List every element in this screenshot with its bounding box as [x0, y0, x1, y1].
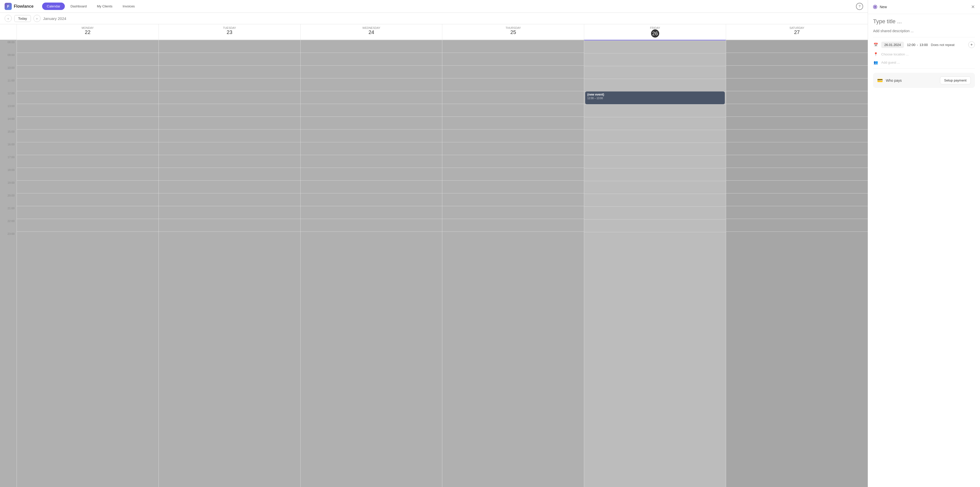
day-cell[interactable]	[17, 40, 159, 53]
day-cell[interactable]	[442, 129, 584, 142]
day-cell[interactable]	[17, 78, 159, 91]
day-cell[interactable]	[17, 65, 159, 78]
day-cell[interactable]	[726, 142, 868, 155]
day-cell[interactable]	[17, 232, 159, 244]
day-cell[interactable]	[442, 78, 584, 91]
day-cell[interactable]	[584, 79, 726, 91]
day-cell[interactable]	[584, 232, 726, 245]
day-cell[interactable]	[442, 91, 584, 104]
day-cell[interactable]	[584, 206, 726, 219]
date-picker[interactable]: 26.01.2024	[881, 42, 904, 48]
day-cell[interactable]	[584, 117, 726, 130]
day-col-monday[interactable]	[17, 40, 159, 487]
day-cell[interactable]	[17, 142, 159, 155]
day-cell[interactable]	[159, 155, 301, 168]
day-cell[interactable]	[442, 219, 584, 232]
day-cell[interactable]	[442, 155, 584, 168]
day-cell[interactable]	[301, 155, 442, 168]
day-cell[interactable]	[584, 104, 726, 117]
day-cell[interactable]	[442, 206, 584, 219]
day-cell[interactable]	[301, 129, 442, 142]
day-cell[interactable]	[301, 180, 442, 193]
day-cell[interactable]	[442, 232, 584, 244]
grid-body[interactable]: 08:0009:0010:0011:0012:0013:0014:0015:00…	[0, 40, 868, 487]
day-cell[interactable]	[159, 91, 301, 104]
day-cell[interactable]	[301, 142, 442, 155]
time-start[interactable]: 12:00	[907, 43, 915, 47]
day-col-wednesday[interactable]	[301, 40, 442, 487]
day-cell[interactable]	[442, 117, 584, 129]
day-cell[interactable]	[442, 40, 584, 53]
day-cell[interactable]	[17, 53, 159, 65]
help-button[interactable]: ?	[856, 3, 863, 10]
day-cell[interactable]	[726, 65, 868, 78]
day-cell[interactable]	[17, 117, 159, 129]
day-cell[interactable]	[726, 117, 868, 129]
nav-tab-clients[interactable]: My Clients	[92, 3, 117, 10]
day-col-friday[interactable]: (new event) 12:00 – 13:00	[584, 40, 726, 487]
day-cell[interactable]	[584, 130, 726, 142]
day-cell[interactable]	[726, 129, 868, 142]
day-cell[interactable]	[726, 53, 868, 65]
day-cell[interactable]	[301, 117, 442, 129]
day-cell[interactable]	[159, 65, 301, 78]
day-cell[interactable]	[301, 219, 442, 232]
day-cell[interactable]	[442, 65, 584, 78]
day-cell[interactable]	[584, 142, 726, 155]
radio-new[interactable]	[873, 5, 877, 9]
day-cell[interactable]	[301, 193, 442, 206]
close-button[interactable]: ✕	[971, 4, 975, 10]
day-cell[interactable]	[159, 78, 301, 91]
day-cell[interactable]	[17, 193, 159, 206]
day-cell[interactable]	[159, 53, 301, 65]
day-cell[interactable]	[159, 193, 301, 206]
day-cell[interactable]	[442, 180, 584, 193]
day-cell[interactable]	[584, 168, 726, 181]
day-cell[interactable]	[159, 168, 301, 180]
day-cell[interactable]	[301, 91, 442, 104]
day-cell[interactable]	[584, 53, 726, 66]
nav-tab-invoices[interactable]: Invoices	[118, 3, 139, 10]
prev-arrow[interactable]: ‹	[5, 15, 12, 22]
day-cell[interactable]	[726, 78, 868, 91]
day-cell[interactable]	[584, 155, 726, 168]
nav-tab-calendar[interactable]: Calendar	[42, 3, 65, 10]
day-cell[interactable]	[159, 180, 301, 193]
day-cell[interactable]	[301, 168, 442, 180]
day-cell[interactable]	[301, 206, 442, 219]
day-cell[interactable]	[726, 193, 868, 206]
day-col-saturday[interactable]	[726, 40, 868, 487]
setup-payment-button[interactable]: Setup payment	[940, 77, 971, 84]
title-input[interactable]	[873, 18, 975, 25]
day-cell[interactable]	[17, 91, 159, 104]
day-cell[interactable]	[726, 91, 868, 104]
day-cell[interactable]	[726, 155, 868, 168]
day-cell[interactable]	[726, 168, 868, 180]
day-cell[interactable]	[301, 78, 442, 91]
day-cell[interactable]	[17, 104, 159, 117]
day-cell[interactable]	[442, 104, 584, 117]
day-cell[interactable]	[726, 206, 868, 219]
day-cell[interactable]	[442, 193, 584, 206]
day-cell[interactable]	[159, 142, 301, 155]
day-cell[interactable]	[301, 53, 442, 65]
day-cell[interactable]	[301, 65, 442, 78]
day-cell[interactable]	[301, 40, 442, 53]
day-cell[interactable]	[159, 206, 301, 219]
day-cell[interactable]	[726, 219, 868, 232]
day-cell[interactable]	[726, 232, 868, 244]
day-cell[interactable]	[584, 40, 726, 53]
description-input[interactable]	[873, 29, 975, 33]
today-button[interactable]: Today	[14, 15, 31, 22]
day-cell[interactable]	[584, 219, 726, 232]
day-cell[interactable]	[17, 219, 159, 232]
day-col-tuesday[interactable]	[159, 40, 301, 487]
day-cell[interactable]	[301, 104, 442, 117]
day-cell[interactable]	[17, 168, 159, 180]
guest-input[interactable]: Add guest ...	[881, 61, 900, 64]
day-cell[interactable]	[159, 232, 301, 244]
day-cell[interactable]	[159, 129, 301, 142]
day-cell[interactable]	[159, 40, 301, 53]
location-input[interactable]: Choose location ...	[881, 53, 909, 56]
day-col-thursday[interactable]	[442, 40, 584, 487]
